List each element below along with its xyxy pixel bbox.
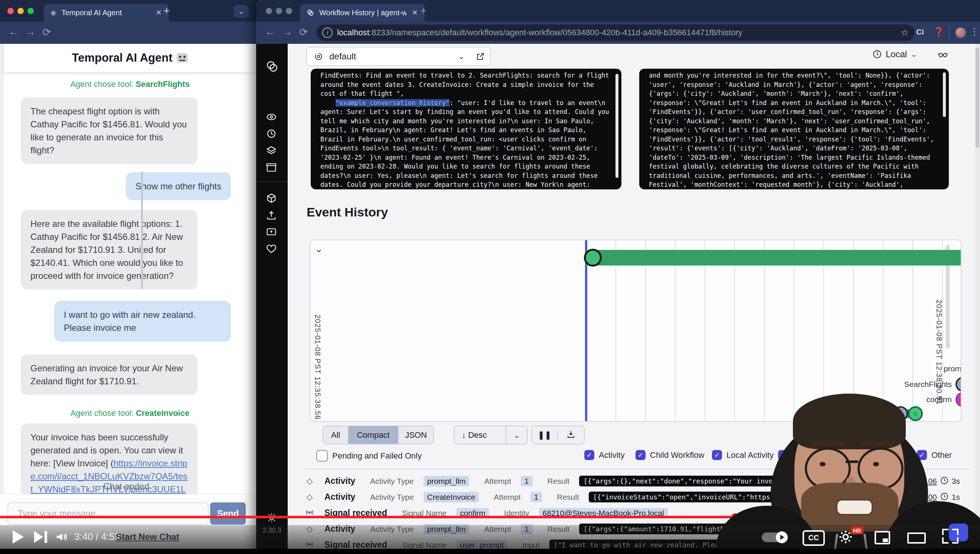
url-host: localhost — [337, 28, 369, 37]
sort-chevron-icon[interactable]: ⌄ — [506, 431, 527, 439]
video-progress-thumb[interactable] — [731, 513, 739, 521]
workflow-start-marker[interactable] — [584, 249, 602, 267]
zoom-window-button[interactable] — [27, 8, 34, 14]
menu-kebab-icon[interactable]: ⋮ — [970, 26, 979, 38]
minimize-window-button[interactable] — [18, 8, 24, 14]
filter-checkbox-activity[interactable]: ✓Activity — [584, 450, 625, 460]
event-id-link[interactable]: 99 — [912, 493, 921, 501]
workflow-result-code-block[interactable]: and month you're interested in for the e… — [639, 69, 949, 189]
zoom-window-button[interactable] — [286, 8, 292, 14]
namespace-selector[interactable]: default ⌄ — [306, 47, 472, 66]
event-id-link[interactable]: 100 — [924, 493, 937, 501]
labs-glasses-icon[interactable] — [937, 49, 948, 61]
view-all-button[interactable]: All — [323, 426, 348, 444]
tab-workflow-history[interactable]: Workflow History | agent-wor ✕ — [300, 4, 425, 22]
forward-button[interactable]: → — [25, 26, 36, 38]
theater-mode-button[interactable] — [907, 532, 926, 544]
close-tab-icon[interactable]: ✕ — [156, 8, 162, 17]
extension-ci-icon[interactable]: Ci — [916, 27, 924, 37]
table-row[interactable]: ◇ActivityActivity TypeCreateInvoiceAttem… — [304, 489, 969, 505]
event-row-name: Activity — [325, 492, 355, 502]
timeline-panel: ⌄ 2025-01-08 PST 12:35:38.56 2025-01-08 … — [310, 239, 961, 422]
miniplayer-button[interactable] — [875, 531, 890, 544]
pending-failed-only-checkbox[interactable]: Pending and Failed Only — [316, 450, 422, 462]
pause-button[interactable]: ❚❚ — [532, 430, 558, 440]
checkbox-checked[interactable]: ✓ — [778, 450, 788, 460]
download-history-button[interactable] — [558, 430, 584, 440]
workflows-eye-icon[interactable] — [266, 111, 277, 124]
temporal-logo-icon[interactable] — [266, 60, 278, 74]
timeline-gridline — [616, 240, 616, 421]
fullscreen-button[interactable] — [942, 529, 958, 544]
event-id-link[interactable]: 105 — [908, 477, 921, 486]
filter-checkbox-other[interactable]: ✓Other — [917, 450, 952, 460]
start-new-chat-link[interactable]: Start New Chat — [116, 532, 179, 542]
extensions-puzzle-icon[interactable]: ❓ — [933, 27, 944, 37]
autoplay-toggle[interactable] — [762, 532, 788, 542]
new-tab-button[interactable]: + — [163, 5, 170, 17]
page-scrollbar[interactable] — [975, 48, 979, 148]
sort-desc-button[interactable]: ↓ Desc — [462, 430, 487, 440]
checkbox-checked[interactable]: ✓ — [712, 450, 722, 460]
captions-button[interactable]: CC — [803, 530, 825, 546]
checkbox-checked[interactable]: ✓ — [917, 450, 927, 460]
deployments-cube-icon[interactable] — [266, 193, 277, 206]
close-window-button[interactable] — [266, 8, 272, 14]
schedules-clock-icon[interactable] — [266, 128, 277, 141]
field-chip-value: 1 — [521, 476, 533, 486]
checkbox-checked[interactable]: ✓ — [635, 450, 646, 460]
filter-checkbox-timer[interactable]: ✓Timer — [823, 450, 858, 460]
message-input[interactable]: Type your message... — [8, 502, 208, 525]
event-signal-circle[interactable]: ●● — [956, 392, 961, 407]
code-scrollbar[interactable] — [616, 74, 619, 178]
search-tabs-button[interactable]: ⌄ — [234, 5, 249, 18]
profile-avatar[interactable] — [956, 27, 966, 38]
tab-temporal-ai-agent[interactable]: ◉ Temporal AI Agent ✕ — [44, 4, 169, 22]
reload-button[interactable]: ⟳ — [299, 26, 308, 38]
new-tab-button[interactable]: + — [420, 5, 427, 17]
collapse-timeline-chevron[interactable]: ⌄ — [315, 243, 323, 255]
forward-button[interactable]: → — [282, 26, 293, 38]
address-bar[interactable]: i localhost:8233/namespaces/default/work… — [316, 24, 915, 41]
event-scheduled-circle[interactable]: ◇ — [893, 406, 908, 421]
timezone-selector[interactable]: Local ⌄ — [872, 49, 917, 59]
volume-icon[interactable] — [54, 530, 69, 544]
filter-checkbox-signal[interactable]: ✓Signal — [778, 450, 815, 460]
minimize-window-button[interactable] — [276, 8, 282, 14]
reload-button[interactable]: ⟳ — [42, 26, 51, 38]
send-button[interactable]: Send — [210, 502, 246, 525]
event-scheduled-circle[interactable]: ◇ — [956, 377, 961, 392]
view-json-button[interactable]: JSON — [399, 426, 433, 444]
chat-ended-label: Chat ended — [0, 481, 253, 492]
namespaces-layers-icon[interactable] — [266, 145, 277, 158]
table-row[interactable]: ◇ActivityActivity Typeprompt_llmAttempt1… — [304, 473, 969, 489]
site-info-icon[interactable]: i — [322, 27, 332, 38]
event-completed-circle[interactable]: ◇ — [908, 406, 923, 421]
feedback-heart-ic[interactable] — [266, 243, 277, 256]
play-button[interactable] — [13, 530, 24, 544]
import-upload-icon[interactable] — [266, 210, 277, 223]
table-row[interactable]: Signal receivedSignal NameconfirmIdentit… — [304, 505, 969, 521]
event-ids: 1051063s — [908, 476, 969, 486]
archive-box-icon[interactable] — [266, 162, 277, 175]
event-id-link[interactable]: 106 — [924, 477, 937, 486]
url-path: :8233/namespaces/default/workflows/agent… — [369, 28, 743, 37]
back-button[interactable]: ← — [8, 26, 19, 38]
bookmark-star-icon[interactable]: ☆ — [900, 27, 909, 38]
theme-toggle-icon[interactable] — [267, 513, 277, 524]
view-compact-button[interactable]: Compact — [348, 426, 399, 444]
close-tab-icon[interactable]: ✕ — [412, 8, 418, 17]
open-namespace-button[interactable] — [471, 47, 491, 66]
workflow-input-code-block[interactable]: FindEvents: Find an event to travel to 2… — [311, 69, 621, 189]
filter-checkbox-child-workflow[interactable]: ✓Child Workflow — [635, 450, 704, 460]
chat-scrollbar[interactable] — [141, 172, 143, 288]
next-button[interactable] — [34, 531, 47, 544]
labs-monitor-icon[interactable] — [266, 226, 277, 239]
checkbox-checked[interactable]: ✓ — [823, 450, 834, 460]
filter-checkbox-local-activity[interactable]: ✓Local Activity — [712, 450, 773, 460]
code-scrollbar[interactable] — [943, 72, 946, 117]
back-button[interactable]: ← — [265, 26, 275, 38]
timeline-event-label: prompt_llm — [943, 364, 961, 373]
close-window-button[interactable] — [8, 8, 14, 14]
checkbox-checked[interactable]: ✓ — [584, 450, 594, 460]
